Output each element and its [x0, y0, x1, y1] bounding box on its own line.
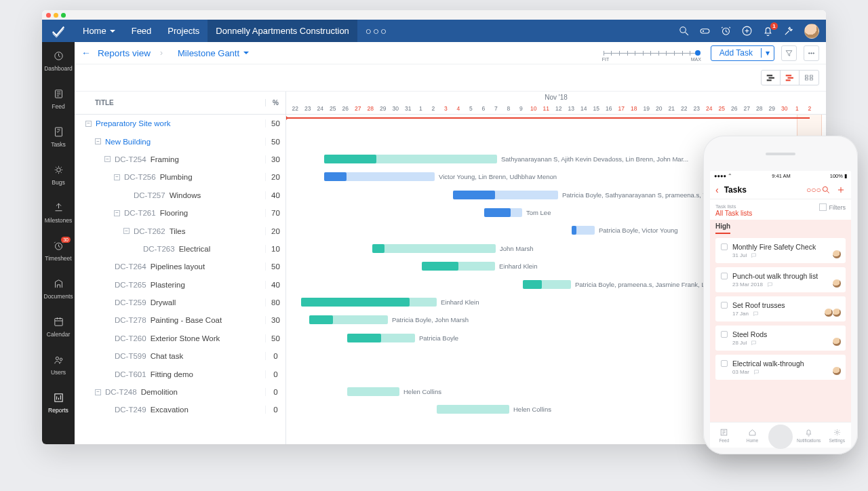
task-row[interactable]: DC-T601 Fitting demo0 [75, 365, 285, 382]
task-row[interactable]: − DC-T261 Flooring70 [75, 204, 285, 222]
mobile-task-item[interactable]: Set Roof trusses17 Jan [715, 296, 846, 321]
nav-projects[interactable]: Projects [159, 20, 208, 42]
mobile-task-checkbox[interactable] [721, 331, 728, 338]
gantt-bar[interactable]: Patricia Boyle, Victor Young [572, 226, 595, 235]
user-avatar[interactable] [804, 24, 819, 39]
sidebar-item-documents[interactable]: Documents [42, 270, 75, 308]
task-row[interactable]: − DC-T248 Demolition0 [75, 383, 285, 401]
svg-rect-17 [768, 77, 774, 79]
task-row[interactable]: DC-T264 Pipelines layout50 [75, 258, 285, 275]
tree-toggle-icon[interactable]: − [104, 156, 111, 162]
task-row[interactable]: − Preparatory Site work50 [75, 115, 285, 132]
bell-icon[interactable]: 1 [762, 25, 774, 37]
mobile-search-icon[interactable] [821, 185, 831, 195]
view-mode-colored[interactable] [781, 71, 800, 85]
task-row[interactable]: − DC-T254 Framing30 [75, 151, 285, 168]
nav-home[interactable]: Home [75, 20, 123, 42]
view-mode-compact[interactable] [762, 71, 781, 85]
mobile-filters[interactable]: Filters [819, 203, 846, 211]
sidebar-item-calendar[interactable]: Calendar [42, 308, 75, 346]
brand-logo[interactable] [42, 24, 75, 39]
view-selector[interactable]: Milestone Gantt [178, 48, 249, 58]
tree-toggle-icon[interactable]: − [123, 228, 130, 234]
nav-more[interactable]: ○○○ [357, 20, 396, 42]
alarm-icon[interactable] [720, 25, 732, 37]
window-maximize-icon[interactable] [61, 13, 66, 18]
sidebar-item-reports[interactable]: Reports [42, 384, 75, 422]
tree-toggle-icon[interactable]: − [95, 138, 101, 144]
tree-toggle-icon[interactable]: − [114, 210, 120, 216]
mobile-task-checkbox[interactable] [721, 360, 728, 367]
mobile-task-checkbox[interactable] [721, 273, 728, 279]
zoom-slider[interactable]: FIT MAX [604, 53, 698, 54]
mobile-task-item[interactable]: Monthly Fire Safety Check31 Jul [715, 238, 846, 263]
gantt-bar[interactable]: Einhard Klein [422, 262, 495, 271]
more-button[interactable] [804, 45, 819, 61]
gantt-bar[interactable]: Victor Young, Lin Brenn, Udhbhav Menon [324, 172, 435, 181]
add-task-dropdown[interactable]: ▾ [761, 48, 774, 58]
mobile-tab-settings[interactable]: Settings [823, 423, 851, 448]
gantt-bar[interactable]: John Marsh [372, 244, 496, 253]
mobile-tab-home[interactable]: Home [738, 423, 767, 448]
gantt-bar[interactable]: Einhard Klein [301, 298, 437, 307]
gamepad-icon[interactable] [699, 25, 711, 37]
task-row[interactable]: DC-T265 Plastering40 [75, 276, 285, 294]
gantt-bar[interactable]: Patricia Boyle [347, 334, 415, 342]
breadcrumb[interactable]: Reports view [98, 48, 151, 58]
nav-feed[interactable]: Feed [123, 20, 160, 42]
mobile-task-checkbox[interactable] [721, 243, 728, 250]
window-minimize-icon[interactable] [54, 13, 58, 18]
gantt-bar[interactable]: Patricia Boyle, John Marsh [309, 315, 388, 324]
sidebar-item-milestones[interactable]: Milestones [42, 194, 75, 232]
mobile-task-item[interactable]: Electrical walk-through03 Mar [715, 355, 846, 380]
tools-icon[interactable] [783, 25, 795, 37]
filter-button[interactable] [781, 45, 797, 61]
task-row[interactable]: DC-T260 Exterior Stone Work50 [75, 330, 285, 347]
gantt-bar[interactable]: Patricia Boyle, prameena.s, Jasmine Fran… [523, 280, 571, 289]
add-task-button[interactable]: Add Task ▾ [711, 45, 774, 61]
mobile-add-icon[interactable] [836, 185, 846, 195]
search-icon[interactable] [678, 25, 690, 37]
mobile-tab-notifications[interactable]: Notifications [795, 423, 823, 448]
gantt-bar[interactable]: Helen Collins [437, 405, 509, 414]
assignee-avatar [832, 308, 842, 317]
task-row[interactable]: DC-T257 Windows40 [75, 186, 285, 204]
mobile-task-checkbox[interactable] [721, 302, 728, 309]
task-row[interactable]: DC-T599 Chat task0 [75, 347, 285, 365]
mobile-tasklists-value[interactable]: All Task lists [715, 210, 752, 217]
sidebar-item-bugs[interactable]: Bugs [42, 156, 75, 194]
mobile-more-icon[interactable]: ○○○ [806, 185, 816, 195]
top-nav: Home Feed Projects Donnelly Apartments C… [42, 20, 826, 42]
tree-toggle-icon[interactable]: − [114, 174, 120, 180]
mobile-task-item[interactable]: Punch-out walk through list23 Mar 2018 [715, 267, 846, 292]
task-row[interactable]: DC-T259 Drywall80 [75, 294, 285, 311]
task-row[interactable]: DC-T249 Excavation0 [75, 401, 285, 418]
sidebar-item-feed[interactable]: Feed [42, 80, 75, 118]
task-row[interactable]: DC-T263 Electrical10 [75, 240, 285, 258]
tree-toggle-icon[interactable]: − [95, 389, 101, 395]
sidebar-item-timesheet[interactable]: Timesheet30 [42, 232, 75, 270]
tree-toggle-icon[interactable]: − [85, 121, 92, 127]
window-close-icon[interactable] [46, 13, 51, 18]
view-mode-grid[interactable] [800, 71, 818, 85]
gantt-bar[interactable]: Tom Lee [484, 208, 522, 217]
sidebar-item-tasks[interactable]: Tasks [42, 118, 75, 156]
gantt-bar[interactable]: Helen Collins [347, 387, 399, 396]
zoom-handle[interactable] [695, 50, 701, 56]
back-arrow-icon[interactable]: ← [81, 47, 91, 58]
assignee-avatar [832, 366, 842, 376]
sidebar-item-dashboard[interactable]: Dashboard [42, 42, 75, 80]
mobile-task-item[interactable]: Steel Rods28 Jul [715, 326, 846, 351]
task-row[interactable]: DC-T278 Painting - Base Coat30 [75, 311, 285, 329]
plus-circle-icon[interactable] [741, 25, 753, 37]
gantt-bar[interactable]: Patricia Boyle, Sathyanarayanan S, prame… [453, 191, 558, 199]
task-row[interactable]: − New Building50 [75, 132, 285, 150]
mobile-tab-projects[interactable]: Projects [766, 423, 795, 448]
sidebar-item-users[interactable]: Users [42, 346, 75, 384]
task-row[interactable]: − DC-T256 Plumbing20 [75, 168, 285, 186]
task-row[interactable]: − DC-T262 Tiles20 [75, 222, 285, 239]
nav-project-current[interactable]: Donnelly Apartments Construction [208, 20, 357, 42]
mobile-tab-feed[interactable]: Feed [710, 423, 738, 448]
gantt-bar[interactable]: Sathyanarayanan S, Ajith Kevin Devadoss,… [324, 155, 497, 163]
mobile-back-icon[interactable]: ‹ [715, 184, 719, 195]
